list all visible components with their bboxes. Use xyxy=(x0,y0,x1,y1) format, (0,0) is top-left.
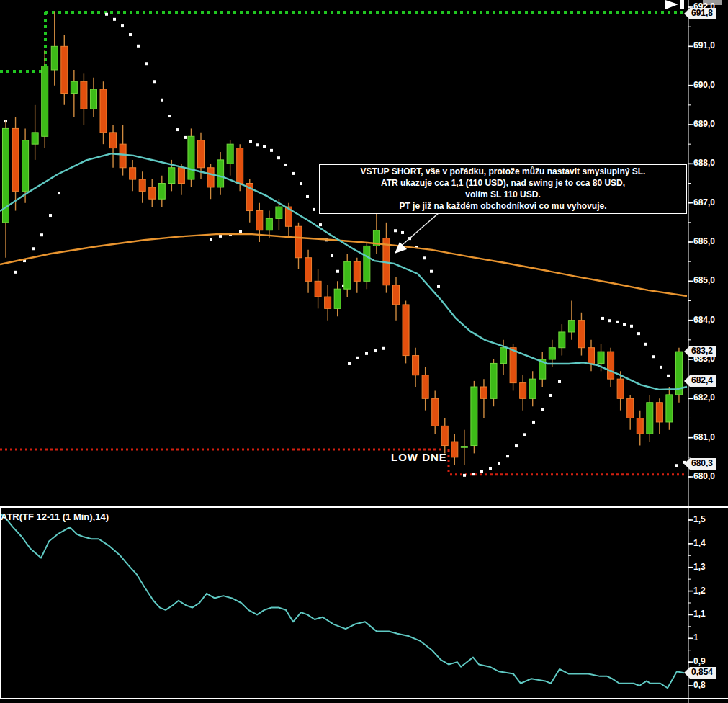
price-tag: 691,8 xyxy=(690,8,716,19)
sar-dot xyxy=(630,325,633,328)
axis-tick-label: 684,0 xyxy=(693,315,715,325)
candle-down xyxy=(617,379,624,398)
annotation-box: VSTUP SHORT, vše v pořádku, protože můžu… xyxy=(319,164,687,214)
price-tag: 683,2 xyxy=(690,346,716,357)
candle-down xyxy=(305,258,312,282)
chart-canvas[interactable] xyxy=(0,0,728,703)
candle-up xyxy=(266,218,272,230)
sar-dot xyxy=(365,352,368,355)
candle-down xyxy=(139,179,145,191)
sar-dot xyxy=(263,145,266,148)
candle-down xyxy=(393,285,400,305)
sar-dot xyxy=(249,140,252,143)
sar-dot xyxy=(336,270,339,273)
candle-up xyxy=(90,89,96,109)
left-border xyxy=(0,506,1,699)
sar-dot xyxy=(129,33,132,36)
candle-down xyxy=(256,211,263,230)
candle-down xyxy=(12,128,19,191)
candle-down xyxy=(61,46,68,93)
sar-dot xyxy=(623,323,626,326)
candle-down xyxy=(656,403,662,422)
axis-tick-label: 1,2 xyxy=(693,586,706,596)
price-tag: 0,854 xyxy=(690,667,716,679)
sar-dot xyxy=(532,421,535,424)
sar-dot xyxy=(300,182,302,185)
sar-dot xyxy=(219,235,222,238)
axis-tick-label: 690,0 xyxy=(693,80,715,90)
sar-dot xyxy=(660,366,662,369)
candle-up xyxy=(549,348,555,359)
sar-dot xyxy=(121,24,124,27)
sar-dot xyxy=(168,115,171,117)
sar-dot xyxy=(608,319,611,322)
candle-down xyxy=(149,187,156,199)
candle-down xyxy=(325,297,331,308)
annotation-arrow-line xyxy=(399,212,439,248)
candle-down xyxy=(627,398,634,418)
candle-down xyxy=(510,348,516,383)
sar-dot xyxy=(616,321,619,323)
axis-tick-label: 682,0 xyxy=(693,393,715,403)
low-dne-label: LOW DNE xyxy=(391,451,447,463)
axis-tick-label: 688,0 xyxy=(693,158,715,168)
sar-dot xyxy=(667,375,670,377)
step-forward-icon[interactable] xyxy=(665,0,678,9)
candle-down xyxy=(588,348,595,364)
candle-down xyxy=(354,261,360,281)
axis-tick-label: 689,0 xyxy=(693,119,715,129)
sar-dot xyxy=(313,208,315,211)
sar-dot xyxy=(541,408,544,411)
candle-up xyxy=(188,136,194,179)
sar-dot xyxy=(292,172,295,175)
sar-dot xyxy=(331,254,333,257)
sar-dot xyxy=(644,343,647,346)
candle-down xyxy=(198,140,205,168)
candle-up xyxy=(598,352,604,363)
candle-up xyxy=(217,160,224,187)
axis-tick-label: 1,1 xyxy=(693,609,706,619)
sar-dot xyxy=(14,271,17,274)
sar-dot xyxy=(463,474,466,477)
sar-dot xyxy=(49,214,52,217)
sar-dot xyxy=(382,347,385,350)
sar-dot xyxy=(356,357,359,359)
sar-dot xyxy=(105,13,108,16)
candle-down xyxy=(578,321,585,348)
candle-down xyxy=(403,305,409,356)
sar-dot xyxy=(480,470,483,473)
candle-down xyxy=(110,133,117,148)
sar-dot xyxy=(558,380,561,383)
candle-down xyxy=(100,89,107,133)
candle-down xyxy=(237,148,243,184)
candle-up xyxy=(364,246,370,281)
annotation-line: volím SL 110 USD. xyxy=(320,189,686,200)
candle-up xyxy=(568,321,575,332)
bottom-border xyxy=(0,698,728,699)
axis-tick-label: 681,0 xyxy=(693,432,715,442)
sar-dot xyxy=(277,156,280,159)
sar-dot xyxy=(319,223,322,226)
sar-dot xyxy=(437,285,440,288)
candle-down xyxy=(130,168,136,179)
annotation-line: PT je již na každém obchodníkovi co mu v… xyxy=(320,200,686,212)
sar-dot xyxy=(348,362,351,365)
candle-up xyxy=(647,403,653,434)
trading-chart-window: VSTUP SHORT, vše v pořádku, protože můžu… xyxy=(0,0,728,703)
sar-dot xyxy=(430,270,433,273)
sar-dot xyxy=(145,62,148,65)
sar-dot xyxy=(423,256,426,259)
candle-up xyxy=(490,363,497,398)
sar-dot xyxy=(184,136,187,139)
candle-up xyxy=(168,168,175,184)
sar-dot xyxy=(374,349,377,352)
axis-tick-label: 685,0 xyxy=(693,275,715,285)
sar-dot xyxy=(40,233,43,236)
annotation-arrow-head xyxy=(395,242,407,254)
candle-up xyxy=(22,140,29,192)
sar-dot xyxy=(153,80,156,83)
panel-separator[interactable] xyxy=(0,506,728,508)
sar-dot xyxy=(401,231,404,234)
axis-tick-label: 0,9 xyxy=(693,656,706,666)
annotation-line: ATR ukazuje cca 1,1 (110 USD), nad swing… xyxy=(320,177,686,189)
